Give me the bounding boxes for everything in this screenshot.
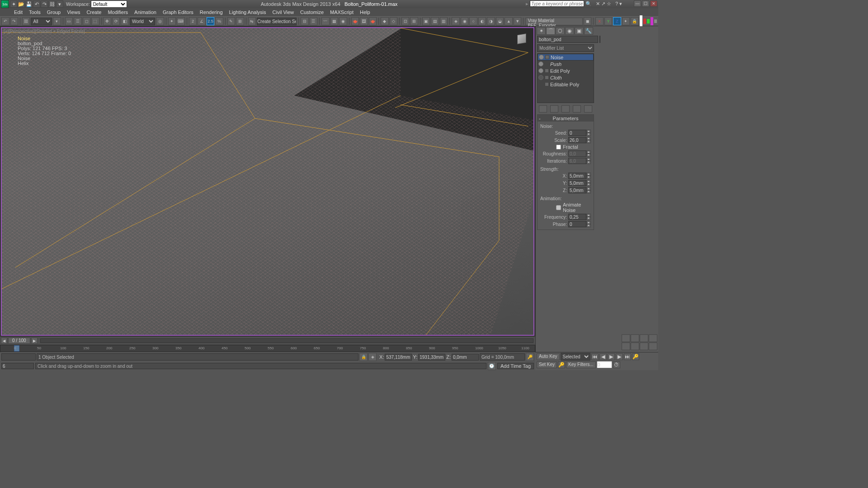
maximize-button[interactable]: ☐ xyxy=(642,0,649,7)
redo2-icon[interactable]: ↷ xyxy=(10,17,19,25)
tb-l-icon[interactable]: ◑ xyxy=(487,17,495,25)
vray-toolbar-button[interactable]: Vray Material BFF_Exporter xyxy=(525,18,582,25)
perspective-viewport[interactable]: [+][Perspective][Shaded + Edged Faces] N… xyxy=(1,27,534,336)
qat-undo-icon[interactable]: ↶ xyxy=(33,0,40,8)
remove-mod-icon[interactable] xyxy=(573,105,581,113)
tb-j-icon[interactable]: ○ xyxy=(469,17,477,25)
fov-icon[interactable] xyxy=(622,343,630,350)
curve-editor-icon[interactable]: 〰 xyxy=(321,17,330,25)
make-unique-icon[interactable] xyxy=(561,105,570,113)
menu-civilview[interactable]: Civil View xyxy=(269,9,297,16)
configure-icon[interactable] xyxy=(584,105,592,113)
vray-a-icon[interactable]: ◼ xyxy=(584,17,592,25)
tb-n-icon[interactable]: ▲ xyxy=(505,17,513,25)
menu-tools[interactable]: Tools xyxy=(26,9,44,16)
pin-stack-icon[interactable] xyxy=(539,105,547,113)
close-button[interactable]: ✕ xyxy=(650,0,657,7)
menu-modifiers[interactable]: Modifiers xyxy=(104,9,131,16)
exchange-icon[interactable]: ↗ xyxy=(601,1,605,7)
next-key-button[interactable]: ▶ xyxy=(31,338,38,344)
frequency-spinner[interactable]: ▲▼ xyxy=(568,214,591,220)
menu-animation[interactable]: Animation xyxy=(131,9,160,16)
help-icon[interactable]: ? xyxy=(615,1,618,6)
object-name-input[interactable] xyxy=(537,36,598,43)
search-input[interactable] xyxy=(530,0,584,7)
tb-a-icon[interactable]: ◆ xyxy=(381,17,389,25)
signin-icon[interactable]: ✕ xyxy=(596,1,600,7)
zoom-extents-all-icon[interactable] xyxy=(649,334,657,342)
scale-spinner[interactable]: ▲▼ xyxy=(568,137,591,143)
material-editor-icon[interactable]: ◉ xyxy=(339,17,347,25)
prev-key-button[interactable]: ◀ xyxy=(1,338,7,344)
layers-icon[interactable]: ☰ xyxy=(310,17,318,25)
menu-grapheditors[interactable]: Graph Editors xyxy=(160,9,197,16)
search-icon[interactable]: 🔍 xyxy=(585,1,592,7)
axis-x-icon[interactable]: X xyxy=(595,17,604,25)
viewcube[interactable] xyxy=(514,32,529,46)
tb-m-icon[interactable]: ◒ xyxy=(496,17,504,25)
orbit-icon[interactable] xyxy=(640,343,648,350)
qat-save-icon[interactable]: 💾 xyxy=(25,0,33,8)
create-sel-icon[interactable]: ⊞ xyxy=(236,17,244,25)
undo2-icon[interactable]: ↶ xyxy=(1,17,9,25)
menu-lighting[interactable]: Lighting Analysis xyxy=(226,9,269,16)
axis-z-icon[interactable]: Z xyxy=(613,17,621,25)
prev-frame-icon[interactable]: ◀ xyxy=(599,353,607,360)
render-prod-icon[interactable]: 🫖 xyxy=(369,17,377,25)
workspace-selector[interactable]: Default xyxy=(91,0,127,8)
strength-x-spinner[interactable]: ▲▼ xyxy=(568,173,591,179)
lock-selection-icon[interactable]: 🔒 xyxy=(359,353,368,361)
viewport-label[interactable]: [+][Perspective][Shaded + Edged Faces] xyxy=(4,29,85,34)
current-frame-input[interactable] xyxy=(597,361,612,368)
keyfilters-button[interactable]: Key Filters... xyxy=(566,361,596,368)
autokey-button[interactable]: Auto Key xyxy=(537,353,560,360)
fractal-checkbox[interactable] xyxy=(556,145,561,150)
menu-edit[interactable]: Edit xyxy=(11,9,26,16)
tb-b-icon[interactable]: ◇ xyxy=(390,17,398,25)
selection-set-input[interactable] xyxy=(257,18,297,25)
goto-start-icon[interactable]: ⏮ xyxy=(591,353,599,360)
move-icon[interactable]: ✥ xyxy=(103,17,111,25)
filter-selector[interactable]: All xyxy=(31,18,52,25)
tb-c-icon[interactable]: ⊡ xyxy=(401,17,410,25)
menu-create[interactable]: Create xyxy=(83,9,104,16)
setkey-button[interactable]: Set Key xyxy=(537,361,557,368)
snap2d-icon[interactable]: 2 xyxy=(189,17,197,25)
select-object-icon[interactable]: ▭ xyxy=(65,17,73,25)
add-time-tag[interactable]: Add Time Tag xyxy=(497,363,534,369)
menu-group[interactable]: Group xyxy=(44,9,64,16)
coord-y-input[interactable] xyxy=(418,354,445,361)
search-chevron-icon[interactable]: ▸ xyxy=(526,1,528,7)
menu-rendering[interactable]: Rendering xyxy=(197,9,226,16)
favorite-icon[interactable]: ☆ xyxy=(607,1,611,7)
qat-new-icon[interactable]: ✦ xyxy=(10,0,17,8)
isolate-icon[interactable]: 🔑 xyxy=(526,353,534,361)
tb-i-icon[interactable]: ◉ xyxy=(461,17,469,25)
rendered-frame-icon[interactable]: 🖼 xyxy=(360,17,368,25)
select-rect-icon[interactable]: ◻ xyxy=(83,17,91,25)
qat-open-icon[interactable]: 📂 xyxy=(18,0,25,8)
edit-named-icon[interactable]: ✎ xyxy=(227,17,236,25)
tb-f-icon[interactable]: ▤ xyxy=(431,17,439,25)
coord-z-input[interactable] xyxy=(452,354,479,361)
tb-k-icon[interactable]: ◐ xyxy=(478,17,486,25)
snap-percent-icon[interactable]: % xyxy=(215,17,223,25)
zoom-all-icon[interactable] xyxy=(631,334,639,342)
link-icon[interactable]: ⛓ xyxy=(22,17,30,25)
object-color-swatch[interactable] xyxy=(599,36,600,43)
strength-y-spinner[interactable]: ▲▼ xyxy=(568,180,591,186)
play-icon[interactable]: ▶ xyxy=(608,353,615,360)
time-config-icon[interactable]: ⏱ xyxy=(613,361,620,368)
axis-y-icon[interactable]: Y xyxy=(604,17,613,25)
snap25-icon[interactable]: 2.5 xyxy=(207,17,215,25)
maximize-viewport-icon[interactable] xyxy=(649,343,657,350)
absolute-mode-icon[interactable]: ◈ xyxy=(368,353,377,361)
modifier-stack[interactable]: Noise Push Edit Poly Cloth Editable Poly xyxy=(537,53,594,103)
tb-o-icon[interactable]: ▼ xyxy=(514,17,522,25)
render-setup-icon[interactable]: 🫖 xyxy=(351,17,359,25)
app-icon[interactable]: 3ds xyxy=(1,0,9,8)
selfilter-icon[interactable]: ▾ xyxy=(53,17,61,25)
snap-angle-icon[interactable]: ∠ xyxy=(198,17,206,25)
show-end-icon[interactable] xyxy=(550,105,558,113)
axis-lock-icon[interactable]: 🔒 xyxy=(631,17,639,25)
